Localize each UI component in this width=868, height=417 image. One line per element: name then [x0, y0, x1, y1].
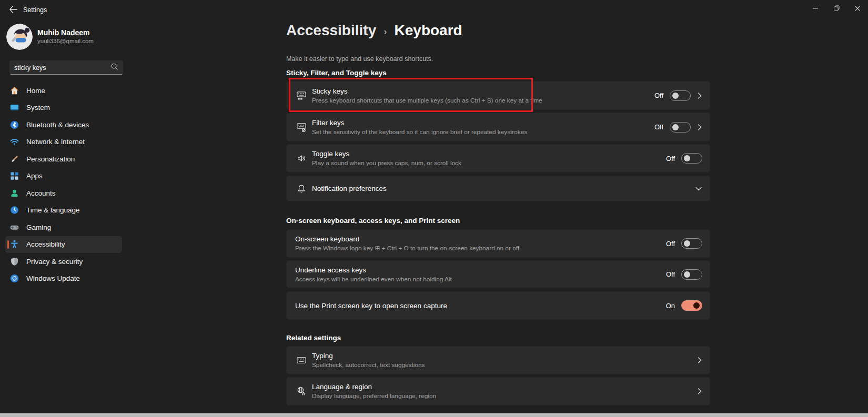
- window-title: Settings: [23, 6, 47, 14]
- setting-row-typing[interactable]: Typing Spellcheck, autocorrect, text sug…: [286, 346, 710, 374]
- setting-row-onscreen-keyboard[interactable]: On-screen keyboard Press the Windows log…: [286, 229, 710, 258]
- close-button[interactable]: [847, 0, 868, 18]
- settings-window: Settings Muhib Nadeem yuuli336@gmail.com: [0, 0, 868, 417]
- row-title: Filter keys: [312, 119, 654, 127]
- toggle-state-label: Off: [654, 123, 663, 131]
- restore-icon: [833, 5, 840, 13]
- sidebar-item-network-internet[interactable]: Network & internet: [5, 134, 122, 151]
- toggle-knob: [684, 271, 690, 278]
- row-subtitle: Access keys will be underlined even when…: [295, 276, 666, 283]
- apps-icon: [9, 171, 19, 181]
- setting-row-notification-preferences[interactable]: Notification preferences: [286, 176, 710, 201]
- breadcrumb-accessibility[interactable]: Accessibility: [286, 22, 376, 39]
- sidebar-item-personalization[interactable]: Personalization: [5, 150, 122, 168]
- toggle-keys-toggle[interactable]: [681, 153, 702, 164]
- onscreen-keyboard-toggle[interactable]: [681, 238, 702, 249]
- section-label-onscreen-keyboard: On-screen keyboard, access keys, and Pri…: [286, 217, 460, 225]
- sidebar-item-accessibility[interactable]: Accessibility: [5, 236, 122, 253]
- selected-indicator: [7, 240, 9, 249]
- filter-keys-icon: [295, 122, 308, 133]
- row-title: Language & region: [312, 383, 697, 391]
- language-globe-icon: [295, 386, 308, 396]
- search-icon[interactable]: [110, 63, 118, 73]
- row-subtitle: Press the Windows logo key ⊞ + Ctrl + O …: [295, 245, 666, 252]
- back-arrow-icon: [9, 6, 17, 15]
- toggle-state-label: Off: [666, 270, 675, 278]
- chevron-right-icon: [697, 388, 702, 395]
- toggle-knob: [672, 124, 679, 130]
- sidebar-item-label: Time & language: [26, 206, 80, 214]
- sidebar-item-label: Accounts: [26, 189, 56, 197]
- toggle-state-label: Off: [666, 155, 675, 162]
- row-subtitle: Display language, preferred language, re…: [312, 392, 697, 400]
- toggle-knob: [684, 155, 690, 161]
- toggle-knob: [672, 93, 679, 99]
- toggle-keys-speaker-icon: [295, 153, 308, 164]
- accounts-icon: [9, 188, 19, 198]
- row-title: Use the Print screen key to open screen …: [295, 302, 666, 310]
- chevron-right-icon: [697, 357, 702, 364]
- system-icon: [9, 103, 19, 113]
- search-input[interactable]: [14, 64, 110, 72]
- maximize-button[interactable]: [826, 0, 847, 18]
- row-subtitle: Set the sensitivity of the keyboard so i…: [312, 128, 654, 136]
- privacy-shield-icon: [9, 257, 19, 267]
- row-title: Typing: [312, 352, 697, 360]
- sidebar-item-label: Personalization: [26, 155, 75, 163]
- minimize-button[interactable]: [805, 0, 826, 18]
- sidebar-item-gaming[interactable]: Gaming: [5, 219, 122, 236]
- print-screen-toggle[interactable]: [681, 300, 702, 311]
- sidebar-item-label: Gaming: [26, 223, 51, 231]
- breadcrumb-separator: ›: [383, 26, 387, 37]
- row-title: Sticky keys: [312, 87, 654, 95]
- breadcrumb: Accessibility › Keyboard: [286, 22, 462, 39]
- sidebar-item-system[interactable]: System: [5, 99, 122, 117]
- user-name: Muhib Nadeem: [37, 28, 90, 37]
- bell-icon: [295, 184, 308, 194]
- row-subtitle: Play a sound when you press caps, num, o…: [312, 159, 666, 167]
- sidebar-item-label: Accessibility: [26, 240, 65, 248]
- setting-row-toggle-keys[interactable]: Toggle keys Play a sound when you press …: [286, 144, 710, 172]
- back-button[interactable]: [4, 3, 22, 17]
- sidebar-item-label: Bluetooth & devices: [26, 121, 89, 129]
- underline-access-keys-toggle[interactable]: [681, 269, 702, 280]
- setting-row-sticky-keys[interactable]: Sticky keys Press keyboard shortcuts tha…: [286, 81, 710, 110]
- avatar[interactable]: [6, 24, 33, 50]
- chevron-down-icon[interactable]: [695, 186, 702, 191]
- bluetooth-icon: [9, 120, 19, 130]
- sticky-keys-icon: [295, 90, 308, 101]
- sidebar-item-label: Network & internet: [26, 138, 85, 146]
- sidebar-item-privacy-security[interactable]: Privacy & security: [5, 253, 122, 270]
- sidebar-item-label: Home: [26, 87, 45, 95]
- sidebar-item-home[interactable]: Home: [5, 82, 122, 99]
- toggle-state-label: On: [666, 302, 675, 310]
- sidebar-item-bluetooth-devices[interactable]: Bluetooth & devices: [5, 116, 122, 134]
- page-title: Keyboard: [395, 22, 462, 39]
- toggle-state-label: Off: [666, 240, 675, 248]
- gaming-icon: [9, 222, 19, 232]
- setting-row-underline-access-keys[interactable]: Underline access keys Access keys will b…: [286, 260, 710, 288]
- sidebar-item-accounts[interactable]: Accounts: [5, 185, 122, 202]
- sidebar-nav: Home System Bluetooth & devices Network …: [5, 82, 122, 287]
- row-subtitle: Spellcheck, autocorrect, text suggestion…: [312, 361, 697, 369]
- accessibility-icon: [9, 239, 19, 249]
- sidebar-item-windows-update[interactable]: Windows Update: [5, 270, 122, 288]
- home-icon: [9, 86, 19, 96]
- page-subtitle: Make it easier to type and use keyboard …: [286, 55, 433, 63]
- setting-row-filter-keys[interactable]: Filter keys Set the sensitivity of the k…: [286, 113, 710, 141]
- time-language-icon: [9, 205, 19, 215]
- sidebar-item-label: Windows Update: [26, 274, 80, 282]
- sticky-keys-toggle[interactable]: [670, 90, 691, 101]
- typing-keyboard-icon: [295, 355, 308, 365]
- setting-row-print-screen[interactable]: Use the Print screen key to open screen …: [286, 291, 710, 320]
- row-title: Toggle keys: [312, 150, 666, 158]
- sidebar-item-label: Privacy & security: [26, 258, 83, 266]
- search-box[interactable]: [9, 60, 123, 75]
- sidebar-item-apps[interactable]: Apps: [5, 168, 122, 185]
- sidebar-item-time-language[interactable]: Time & language: [5, 202, 122, 219]
- filter-keys-toggle[interactable]: [670, 122, 691, 133]
- setting-row-language-region[interactable]: Language & region Display language, pref…: [286, 377, 710, 405]
- row-title: Notification preferences: [312, 185, 695, 192]
- main-content: Accessibility › Keyboard Make it easier …: [286, 0, 710, 417]
- sidebar-item-label: System: [26, 104, 50, 111]
